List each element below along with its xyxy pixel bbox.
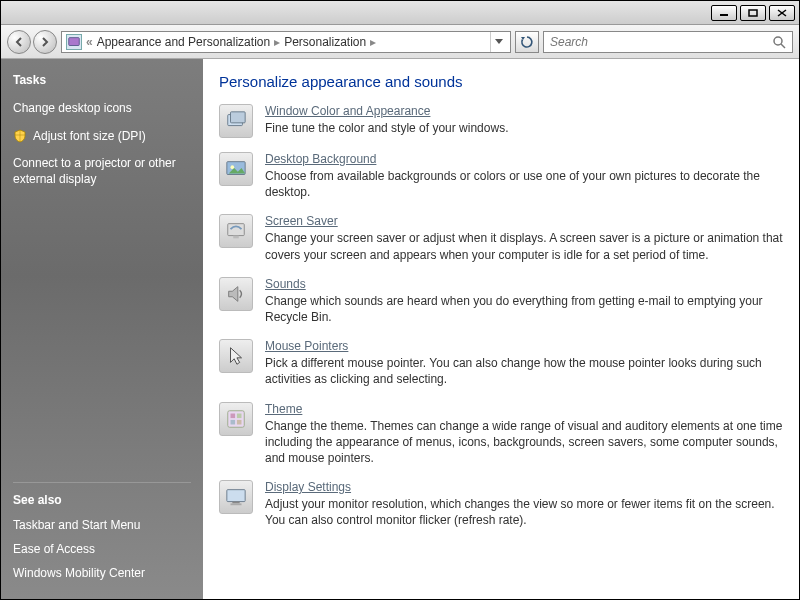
personalization-entry: SoundsChange which sounds are heard when… [219, 277, 783, 325]
svg-rect-4 [69, 37, 80, 45]
svg-rect-8 [231, 112, 246, 123]
display-settings-icon [219, 480, 253, 514]
entry-description: Adjust your monitor resolution, which ch… [265, 496, 783, 528]
entry-link[interactable]: Theme [265, 402, 302, 416]
task-label: Connect to a projector or other external… [13, 156, 191, 187]
svg-rect-12 [233, 236, 239, 239]
close-button[interactable] [769, 5, 795, 21]
task-adjust-font-size-dpi[interactable]: Adjust font size (DPI) [13, 129, 191, 145]
svg-point-10 [231, 165, 235, 169]
see-also-windows-mobility-center[interactable]: Windows Mobility Center [13, 566, 191, 580]
shield-icon [13, 129, 27, 143]
svg-rect-18 [227, 490, 245, 502]
entry-link[interactable]: Sounds [265, 277, 306, 291]
location-icon [66, 34, 82, 50]
address-bar[interactable]: « Appearance and Personalization ▸ Perso… [61, 31, 511, 53]
see-also-header: See also [13, 482, 191, 507]
personalization-entry: Window Color and AppearanceFine tune the… [219, 104, 783, 138]
svg-rect-17 [237, 419, 242, 424]
svg-rect-19 [232, 502, 239, 504]
minimize-button[interactable] [711, 5, 737, 21]
personalization-entry: ThemeChange the theme. Themes can change… [219, 402, 783, 467]
entry-link[interactable]: Mouse Pointers [265, 339, 348, 353]
svg-rect-15 [237, 413, 242, 418]
task-label: Adjust font size (DPI) [33, 129, 146, 145]
personalization-entry: Desktop BackgroundChoose from available … [219, 152, 783, 200]
see-also-taskbar-start-menu[interactable]: Taskbar and Start Menu [13, 518, 191, 532]
breadcrumb-parent[interactable]: Appearance and Personalization [97, 35, 270, 49]
svg-rect-11 [228, 224, 245, 236]
entry-description: Fine tune the color and style of your wi… [265, 120, 783, 136]
task-label: Change desktop icons [13, 101, 132, 117]
svg-point-5 [774, 37, 782, 45]
window-color-icon [219, 104, 253, 138]
search-box[interactable] [543, 31, 793, 53]
see-also-ease-of-access[interactable]: Ease of Access [13, 542, 191, 556]
navbar: « Appearance and Personalization ▸ Perso… [1, 25, 799, 59]
personalization-entry: Mouse PointersPick a different mouse poi… [219, 339, 783, 387]
personalization-entry: Display SettingsAdjust your monitor reso… [219, 480, 783, 528]
refresh-button[interactable] [515, 31, 539, 53]
desktop-background-icon [219, 152, 253, 186]
breadcrumb-separator-icon: ▸ [370, 35, 376, 49]
entry-link[interactable]: Screen Saver [265, 214, 338, 228]
forward-button[interactable] [33, 30, 57, 54]
task-change-desktop-icons[interactable]: Change desktop icons [13, 101, 191, 117]
address-dropdown-button[interactable] [490, 32, 506, 52]
entry-description: Change your screen saver or adjust when … [265, 230, 783, 262]
svg-rect-16 [231, 419, 236, 424]
entry-description: Pick a different mouse pointer. You can … [265, 355, 783, 387]
breadcrumb-current[interactable]: Personalization [284, 35, 366, 49]
tasks-header: Tasks [13, 73, 191, 87]
window-frame: « Appearance and Personalization ▸ Perso… [0, 0, 800, 600]
personalization-entry: Screen SaverChange your screen saver or … [219, 214, 783, 262]
breadcrumb-separator-icon: ▸ [274, 35, 280, 49]
theme-icon [219, 402, 253, 436]
entry-link[interactable]: Window Color and Appearance [265, 104, 430, 118]
screen-saver-icon [219, 214, 253, 248]
svg-rect-0 [720, 14, 728, 16]
entry-description: Change which sounds are heard when you d… [265, 293, 783, 325]
svg-line-6 [781, 44, 785, 48]
back-button[interactable] [7, 30, 31, 54]
titlebar [1, 1, 799, 25]
svg-rect-1 [749, 10, 757, 16]
maximize-button[interactable] [740, 5, 766, 21]
sounds-icon [219, 277, 253, 311]
task-connect-projector[interactable]: Connect to a projector or other external… [13, 156, 191, 187]
main-panel: Personalize appearance and sounds Window… [203, 59, 799, 599]
mouse-pointers-icon [219, 339, 253, 373]
search-input[interactable] [548, 34, 770, 50]
breadcrumb-back-prefix: « [86, 35, 93, 49]
entry-description: Choose from available backgrounds or col… [265, 168, 783, 200]
svg-rect-13 [228, 410, 245, 427]
svg-rect-20 [231, 503, 242, 505]
entry-link[interactable]: Display Settings [265, 480, 351, 494]
entry-link[interactable]: Desktop Background [265, 152, 376, 166]
search-icon[interactable] [770, 33, 788, 51]
svg-rect-14 [231, 413, 236, 418]
tasks-sidebar: Tasks Change desktop icons Adjust font s… [1, 59, 203, 599]
page-heading: Personalize appearance and sounds [219, 73, 783, 90]
entry-description: Change the theme. Themes can change a wi… [265, 418, 783, 467]
